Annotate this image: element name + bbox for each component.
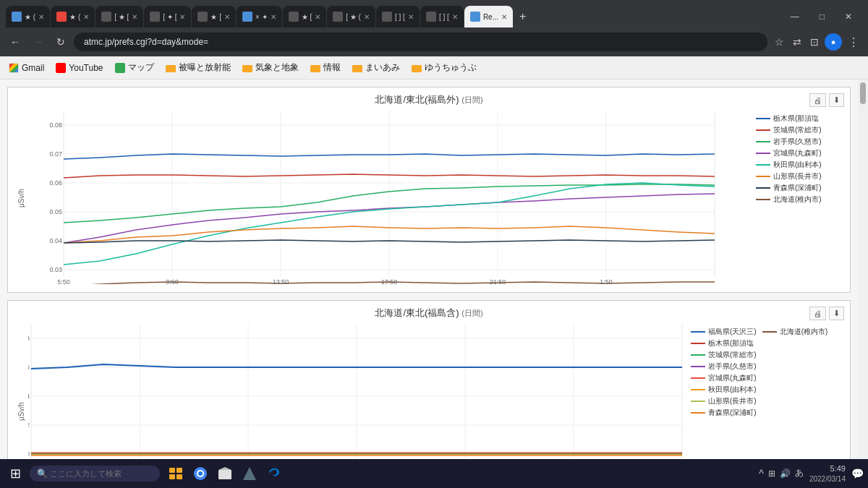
chart1-download-button[interactable]: ⬇ [829,93,844,107]
minimize-button[interactable]: — [780,6,809,27]
tab-close-4[interactable]: ✕ [179,13,185,21]
bookmark-maps[interactable]: マップ [115,61,154,74]
tab-active[interactable]: Re... ✕ [464,6,513,27]
chart2-print-button[interactable]: 🖨 [809,307,826,320]
svg-rect-52 [169,474,175,479]
svg-text:9:50: 9:50 [166,278,179,284]
taskbar-app4-icon[interactable] [239,463,260,484]
back-button[interactable]: ← [6,33,25,51]
new-tab-button[interactable]: + [514,7,532,26]
start-button[interactable]: ⊞ [4,463,27,484]
profile-button[interactable]: ● [825,33,842,51]
tab-1[interactable]: ★ ( ✕ [6,6,50,27]
tab-2[interactable]: ★ ( ✕ [51,6,95,27]
tab-3[interactable]: [ ★ [ ✕ [95,6,143,27]
chart2-legend: 福島県(天沢三) 栃木県(那須塩 茨城県(常総市) [685,324,844,459]
folder4-label: まいあみ [365,61,400,74]
bookmark-folder2[interactable]: 気象と地象 [242,61,299,74]
bookmark-folder1[interactable]: 被曝と放射能 [166,61,231,74]
folder3-label: 情報 [323,61,341,74]
tray-expand-icon[interactable]: ^ [759,468,764,479]
svg-text:0.05: 0.05 [49,208,62,215]
bookmark-folder5[interactable]: ゆうちゅうぶ [412,61,477,74]
taskbar-chrome-icon[interactable] [190,463,210,484]
maps-label: マップ [128,61,154,74]
taskbar-apps [166,463,284,484]
bookmark-gmail[interactable]: Gmail [9,63,44,73]
chart1-svg-element: 0.08 0.07 0.06 0.05 0.04 0.03 [28,111,750,284]
tab-close-3[interactable]: ✕ [132,13,137,21]
bookmark-star-icon[interactable]: ☆ [772,33,787,51]
taskbar-explorer-icon[interactable] [166,463,186,484]
tab-close-2[interactable]: ✕ [83,13,89,21]
address-input[interactable] [74,33,767,51]
maximize-button[interactable]: □ [809,6,835,27]
refresh-button[interactable]: ↻ [52,33,69,51]
tab-close-10[interactable]: ✕ [452,13,458,21]
tab-close-6[interactable]: ✕ [271,13,276,21]
legend2-line-8 [691,412,705,414]
tab-9[interactable]: [ ] [ ✕ [376,6,420,27]
scroll-thumb[interactable] [860,82,866,104]
tab-close-7[interactable]: ✕ [315,13,320,21]
chart2-download-button[interactable]: ⬇ [829,307,844,320]
menu-button[interactable]: ⋮ [845,34,862,51]
folder1-favicon [166,65,176,72]
taskbar-edge-icon[interactable] [264,463,284,484]
folder5-label: ゆうちゅうぶ [425,61,477,74]
bookmark-folder4[interactable]: まいあみ [352,61,400,74]
tray-icon1[interactable]: ⊞ [768,468,775,479]
notification-button[interactable]: 💬 [851,468,864,479]
tab-8[interactable]: [ ★ ( ✕ [327,6,375,27]
tab-close-9[interactable]: ✕ [408,13,414,21]
charts-container: 北海道/東北(福島外) (日間) 🖨 ⬇ μSv/h [0,80,858,459]
taskbar-app3-icon[interactable] [215,463,235,484]
chart2-svg-element: 8 6 4 2 0 -2 [28,324,685,459]
legend2-line-7 [691,401,705,402]
tab-5[interactable]: ★ [ ✕ [192,6,236,27]
tab-6[interactable]: × ✦ ✕ [237,6,282,27]
close-button[interactable]: ✕ [835,6,862,27]
tab-close-8[interactable]: ✕ [364,13,370,21]
tab-search-icon[interactable]: ⊡ [807,33,822,51]
legend2-item-9: 北海道(稚内市) [762,327,828,337]
scrollbar[interactable] [858,80,868,459]
svg-rect-57 [218,470,231,479]
svg-text:0.06: 0.06 [49,179,62,187]
clock-date: 2022/03/14 [809,474,846,484]
tab-close-1[interactable]: ✕ [38,13,44,21]
tab-close-active[interactable]: ✕ [501,13,507,21]
svg-text:13:50: 13:50 [273,278,289,284]
svg-text:0: 0 [28,450,30,458]
legend-label-5: 秋田県(由利本) [773,160,822,170]
svg-marker-58 [218,467,231,470]
bookmark-youtube[interactable]: YouTube [56,63,103,73]
legend2-item-2: 栃木県(那須塩 [691,338,757,348]
clock[interactable]: 5:49 2022/03/14 [809,463,846,483]
legend-item-6: 山形県(長井市) [756,171,838,181]
ime-icon[interactable]: あ [795,467,804,479]
chart1-tools: 🖨 ⬇ [809,93,844,107]
tab-7[interactable]: ★ [ ✕ [283,6,327,27]
tab-close-5[interactable]: ✕ [224,13,230,21]
svg-text:2: 2 [28,421,30,429]
legend-line-6 [756,176,770,177]
taskbar-search-input[interactable] [30,466,160,481]
chart1-legend: 栃木県(那須塩 茨城県(常総市) 岩手県(久慈市) [750,111,844,286]
profile-sync-icon[interactable]: ⇄ [790,33,804,51]
tab-10[interactable]: [ ] [ ✕ [420,6,464,27]
legend2-line-1 [691,331,705,333]
legend2-item-8: 青森県(深浦町) [691,408,757,418]
tray-icon2[interactable]: 🔊 [780,468,791,479]
svg-text:8: 8 [28,335,30,342]
tab-bar: ★ ( ✕ ★ ( ✕ [ ★ [ ✕ [ ✦ [ ✕ ★ [ ✕ × ✦ ✕ [0,0,868,27]
legend-label-1: 栃木県(那須塩 [773,114,819,124]
bookmark-folder3[interactable]: 情報 [310,61,341,74]
chart1-print-button[interactable]: 🖨 [809,93,826,107]
search-bar: 🔍 [30,466,160,481]
forward-button[interactable]: → [29,33,48,51]
legend2-line-3 [691,354,705,356]
svg-rect-51 [176,468,182,473]
svg-point-56 [198,471,203,476]
tab-4[interactable]: [ ✦ [ ✕ [144,6,191,27]
